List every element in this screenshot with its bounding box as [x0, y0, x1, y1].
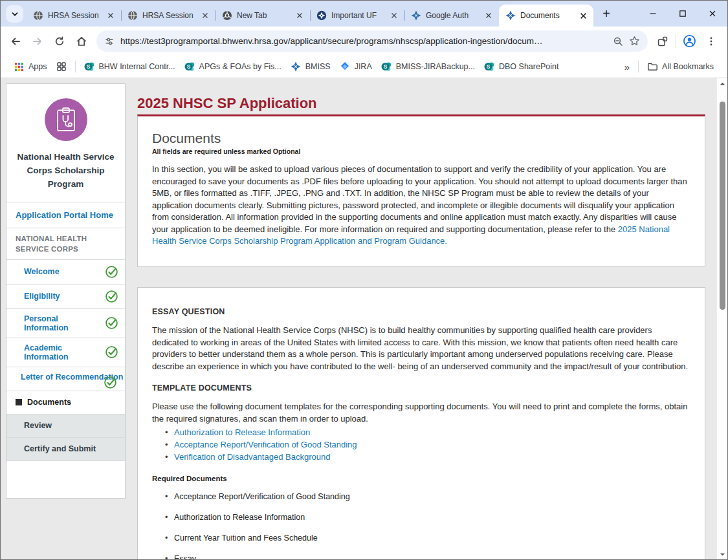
essay-question-text: The mission of the National Health Servi…: [152, 325, 690, 372]
new-tab-button[interactable]: +: [598, 5, 615, 22]
template-links-list: Authorization to Release Information Acc…: [152, 427, 690, 464]
sidebar-item-welcome[interactable]: Welcome: [6, 260, 125, 285]
bookmarks-overflow-button[interactable]: »: [620, 59, 634, 74]
tab-close-icon[interactable]: [294, 10, 305, 21]
extensions-button[interactable]: [652, 30, 674, 52]
essay-question-heading: ESSAY QUESTION: [152, 307, 690, 316]
reading-list-grid-button[interactable]: [52, 59, 71, 74]
apps-shortcut[interactable]: Apps: [10, 60, 52, 74]
template-link-authorization[interactable]: Authorization to Release Information: [174, 427, 310, 437]
tab-close-icon[interactable]: [105, 10, 116, 21]
essay-and-documents-card: ESSAY QUESTION The mission of the Nation…: [137, 287, 705, 560]
all-bookmarks-button[interactable]: All Bookmarks: [643, 59, 718, 74]
scrollbar-thumb[interactable]: [720, 102, 725, 310]
bookmarks-divider: [75, 61, 76, 72]
bookmark-bmiss-jirabackup[interactable]: S BMISS-JIRABackup...: [377, 59, 480, 74]
tab-title: New Tab: [237, 11, 290, 20]
scroll-up-arrow[interactable]: [717, 78, 727, 89]
template-link-disadvantaged-background[interactable]: Verification of Disadvantaged Background: [174, 452, 330, 462]
forward-arrow-icon: [32, 36, 43, 47]
tab-close-icon[interactable]: [200, 10, 210, 21]
tab-close-icon[interactable]: [578, 10, 588, 21]
application-sidebar: National Health Service Corps Scholarshi…: [6, 83, 126, 499]
tab-close-icon[interactable]: [389, 10, 399, 21]
list-item: Essay: [174, 553, 690, 560]
site-settings-tune-icon[interactable]: [104, 36, 115, 47]
tab-search-button[interactable]: [6, 5, 23, 23]
minimize-button[interactable]: [638, 1, 668, 27]
sidebar-item-application-portal-home[interactable]: Application Portal Home: [6, 202, 125, 228]
bookmark-apgs-foas[interactable]: S APGs & FOAs by Fis...: [180, 59, 286, 74]
tab-hrsa-session-2[interactable]: HRSA Session: [121, 5, 215, 27]
apps-label: Apps: [28, 62, 47, 71]
folder-icon: [647, 61, 657, 72]
bookmark-jira[interactable]: JIRA: [335, 59, 377, 74]
forward-button[interactable]: [27, 30, 49, 52]
bookmark-bhw-internal[interactable]: S BHW Internal Contr...: [80, 59, 180, 74]
scroll-down-arrow[interactable]: [717, 549, 727, 560]
sidebar-item-documents-current[interactable]: Documents: [6, 391, 125, 415]
chrome-icon: [222, 10, 232, 21]
tab-title: HRSA Session: [48, 11, 101, 20]
check-complete-icon: [105, 316, 118, 330]
sidebar-item-label[interactable]: Personal Information: [24, 314, 105, 332]
zoom-icon[interactable]: [613, 36, 623, 47]
sidebar-item-label[interactable]: Academic Information: [24, 343, 105, 361]
tab-google-auth[interactable]: Google Auth: [404, 5, 499, 27]
extensions-icon: [657, 36, 668, 47]
sidebar-item-academic-information[interactable]: Academic Information: [6, 338, 125, 367]
intro-text: In this section, you will be asked to up…: [152, 164, 687, 234]
close-window-button[interactable]: [698, 1, 727, 27]
profile-avatar-icon: [683, 34, 696, 48]
template-documents-heading: TEMPLATE DOCUMENTS: [152, 383, 690, 393]
page-scrollbar[interactable]: [716, 78, 727, 560]
sidebar-item-label[interactable]: Welcome: [24, 267, 60, 276]
sidebar-item-label[interactable]: Eligibility: [24, 292, 60, 301]
apps-grid-icon: [14, 62, 24, 72]
tab-new-tab[interactable]: New Tab: [215, 5, 310, 27]
home-button[interactable]: [71, 30, 93, 52]
url-text[interactable]: https://test3programportal.bhwenv.hrsa.g…: [120, 36, 607, 46]
sidebar-item-letter-of-recommendation[interactable]: Letter of Recommendation: [6, 367, 125, 391]
sharepoint-icon: S: [84, 61, 94, 72]
bookmark-star-icon[interactable]: [629, 36, 640, 47]
check-complete-icon: [105, 345, 118, 359]
tab-title: HRSA Session: [142, 11, 195, 20]
tab-documents-active[interactable]: Documents: [499, 5, 593, 27]
sidebar-item-eligibility[interactable]: Eligibility: [6, 285, 125, 309]
tab-close-icon[interactable]: [483, 10, 494, 21]
bookmark-dbo-sharepoint[interactable]: S DBO SharePoint: [480, 59, 563, 74]
compass-blue-icon: [505, 10, 516, 21]
documents-heading: Documents: [152, 131, 690, 146]
check-complete-icon: [105, 290, 118, 303]
tab-important-uf[interactable]: Important UF: [310, 5, 404, 27]
globe-icon: [33, 10, 43, 21]
maximize-button[interactable]: [668, 1, 698, 27]
svg-text:S: S: [86, 63, 90, 70]
compass-dark-icon: [316, 10, 327, 21]
list-item: Current Year Tuition and Fees Schedule: [174, 532, 690, 544]
sidebar-item-personal-information[interactable]: Personal Information: [6, 309, 125, 338]
profile-button[interactable]: [678, 30, 700, 52]
browser-menu-button[interactable]: [700, 30, 722, 52]
template-link-acceptance-report[interactable]: Acceptance Report/Verification of Good S…: [174, 440, 357, 449]
bookmark-label: BMISS-JIRABackup...: [396, 62, 475, 71]
tab-hrsa-session-1[interactable]: HRSA Session: [27, 5, 121, 27]
back-button[interactable]: [5, 30, 27, 52]
sidebar-item-label: Documents: [27, 398, 71, 407]
page-content: National Health Service Corps Scholarshi…: [1, 78, 727, 560]
grid-outline-icon: [56, 61, 67, 72]
refresh-icon: [54, 36, 65, 47]
svg-text:S: S: [383, 63, 387, 70]
address-bar[interactable]: https://test3programportal.bhwenv.hrsa.g…: [96, 30, 648, 52]
bookmark-bmiss[interactable]: BMISS: [286, 59, 335, 74]
bookmarks-bar: Apps S BHW Internal Contr... S APGs & FO…: [1, 56, 727, 78]
sidebar-item-label: Review: [24, 421, 52, 430]
list-item: Acceptance Report/Verification of Good S…: [174, 439, 690, 451]
check-complete-icon: [104, 376, 117, 389]
list-item: Authorization to Release Information: [174, 512, 690, 523]
tab-strip: HRSA Session HRSA Session New Tab Import…: [1, 1, 727, 27]
refresh-button[interactable]: [49, 30, 71, 52]
three-dot-menu-icon: [706, 36, 716, 47]
program-title: National Health Service Corps Scholarshi…: [14, 151, 117, 191]
